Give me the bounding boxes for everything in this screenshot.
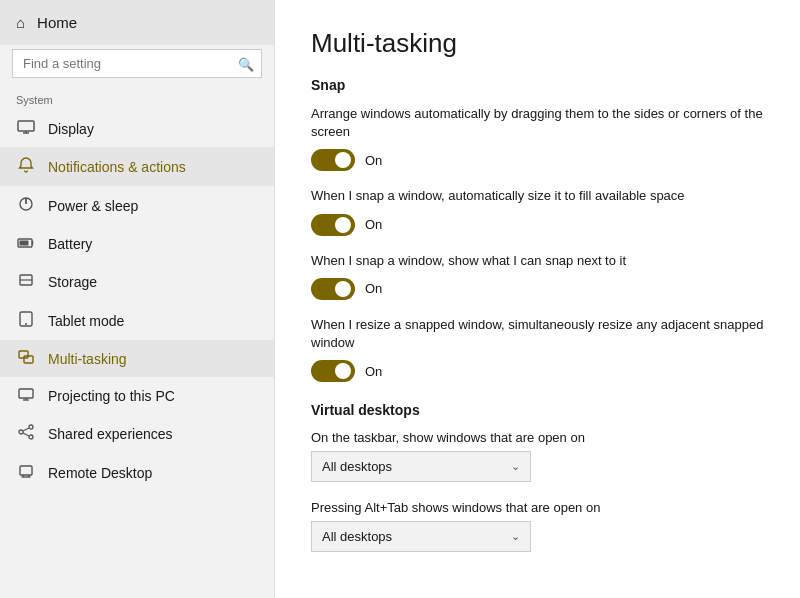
home-label: Home — [37, 14, 77, 31]
snap-desc-1: Arrange windows automatically by draggin… — [311, 105, 764, 141]
svg-line-20 — [23, 433, 29, 436]
tablet-label: Tablet mode — [48, 313, 124, 329]
snap-setting-4: When I resize a snapped window, simultan… — [311, 316, 764, 382]
multitasking-icon — [16, 350, 36, 367]
page-title: Multi-tasking — [311, 28, 764, 59]
taskbar-dropdown-value: All desktops — [322, 459, 392, 474]
sidebar-item-multitasking[interactable]: Multi-tasking — [0, 340, 274, 377]
toggle-track-3 — [311, 278, 355, 300]
svg-point-17 — [19, 430, 23, 434]
virtual-desktops-title: Virtual desktops — [311, 402, 764, 418]
taskbar-dropdown[interactable]: All desktops ⌄ — [311, 451, 531, 482]
snap-setting-3: When I snap a window, show what I can sn… — [311, 252, 764, 300]
toggle-label-1: On — [365, 153, 382, 168]
tablet-icon — [16, 311, 36, 330]
svg-point-18 — [29, 435, 33, 439]
toggle-row-2: On — [311, 214, 764, 236]
storage-icon — [16, 272, 36, 291]
display-label: Display — [48, 121, 94, 137]
sidebar-item-tablet[interactable]: Tablet mode — [0, 301, 274, 340]
notifications-icon — [16, 157, 36, 176]
toggle-thumb-1 — [335, 152, 351, 168]
taskbar-dropdown-label: On the taskbar, show windows that are op… — [311, 430, 764, 445]
snap-desc-2: When I snap a window, automatically size… — [311, 187, 764, 205]
svg-rect-13 — [19, 389, 33, 398]
alttab-dropdown-label: Pressing Alt+Tab shows windows that are … — [311, 500, 764, 515]
power-label: Power & sleep — [48, 198, 138, 214]
snap-setting-1: Arrange windows automatically by draggin… — [311, 105, 764, 171]
alttab-dropdown-value: All desktops — [322, 529, 392, 544]
sidebar-item-battery[interactable]: Battery — [0, 225, 274, 262]
snap-section-title: Snap — [311, 77, 764, 93]
search-container: 🔍 — [12, 49, 262, 78]
search-icon: 🔍 — [238, 56, 254, 71]
snap-setting-2: When I snap a window, automatically size… — [311, 187, 764, 235]
remote-icon — [16, 463, 36, 482]
sidebar-item-notifications[interactable]: Notifications & actions — [0, 147, 274, 186]
alttab-dropdown[interactable]: All desktops ⌄ — [311, 521, 531, 552]
toggle-row-1: On — [311, 149, 764, 171]
svg-line-19 — [23, 428, 29, 431]
toggle-track-4 — [311, 360, 355, 382]
toggle-thumb-2 — [335, 217, 351, 233]
snap-desc-3: When I snap a window, show what I can sn… — [311, 252, 764, 270]
main-content: Multi-tasking Snap Arrange windows autom… — [275, 0, 800, 598]
alttab-dropdown-row: Pressing Alt+Tab shows windows that are … — [311, 500, 764, 552]
projecting-label: Projecting to this PC — [48, 388, 175, 404]
storage-label: Storage — [48, 274, 97, 290]
taskbar-dropdown-row: On the taskbar, show windows that are op… — [311, 430, 764, 482]
sidebar-item-storage[interactable]: Storage — [0, 262, 274, 301]
alttab-chevron-icon: ⌄ — [511, 530, 520, 543]
battery-label: Battery — [48, 236, 92, 252]
svg-rect-0 — [18, 121, 34, 131]
toggle-1[interactable] — [311, 149, 355, 171]
sidebar-home-button[interactable]: ⌂ Home — [0, 0, 274, 45]
toggle-label-3: On — [365, 281, 382, 296]
search-input[interactable] — [12, 49, 262, 78]
svg-rect-6 — [20, 241, 29, 246]
toggle-4[interactable] — [311, 360, 355, 382]
toggle-label-2: On — [365, 217, 382, 232]
battery-icon — [16, 235, 36, 252]
toggle-2[interactable] — [311, 214, 355, 236]
remote-label: Remote Desktop — [48, 465, 152, 481]
toggle-thumb-4 — [335, 363, 351, 379]
toggle-row-4: On — [311, 360, 764, 382]
home-icon: ⌂ — [16, 14, 25, 31]
taskbar-chevron-icon: ⌄ — [511, 460, 520, 473]
svg-point-10 — [25, 323, 27, 325]
toggle-track-2 — [311, 214, 355, 236]
toggle-3[interactable] — [311, 278, 355, 300]
snap-desc-4: When I resize a snapped window, simultan… — [311, 316, 764, 352]
svg-rect-21 — [20, 466, 32, 475]
shared-icon — [16, 424, 36, 443]
sidebar-item-shared[interactable]: Shared experiences — [0, 414, 274, 453]
sidebar-item-power[interactable]: Power & sleep — [0, 186, 274, 225]
sidebar-item-projecting[interactable]: Projecting to this PC — [0, 377, 274, 414]
notifications-label: Notifications & actions — [48, 159, 186, 175]
toggle-thumb-3 — [335, 281, 351, 297]
toggle-track-1 — [311, 149, 355, 171]
projecting-icon — [16, 387, 36, 404]
section-label: System — [0, 88, 274, 110]
sidebar-item-remote[interactable]: Remote Desktop — [0, 453, 274, 492]
shared-label: Shared experiences — [48, 426, 173, 442]
svg-point-16 — [29, 425, 33, 429]
toggle-row-3: On — [311, 278, 764, 300]
display-icon — [16, 120, 36, 137]
toggle-label-4: On — [365, 364, 382, 379]
sidebar: ⌂ Home 🔍 System Display Notifications & … — [0, 0, 275, 598]
power-icon — [16, 196, 36, 215]
sidebar-item-display[interactable]: Display — [0, 110, 274, 147]
multitasking-label: Multi-tasking — [48, 351, 127, 367]
